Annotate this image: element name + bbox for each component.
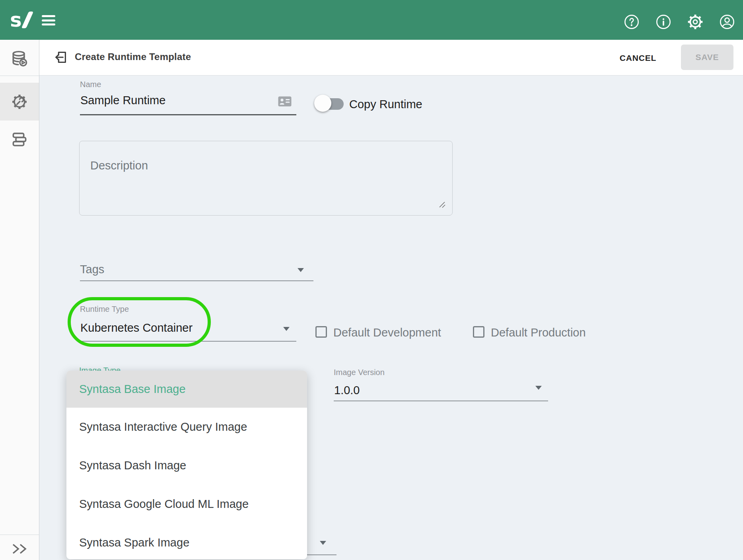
settings-gear-icon[interactable] xyxy=(687,14,703,30)
sidebar-item-stacks[interactable] xyxy=(0,121,39,158)
copy-runtime-label: Copy Runtime xyxy=(349,98,422,111)
resize-handle-icon[interactable] xyxy=(436,199,446,208)
syntasa-logo[interactable]: s xyxy=(10,10,30,32)
default-development-checkbox[interactable] xyxy=(315,326,327,338)
dropdown-option-syntasa-base-image[interactable]: Syntasa Base Image xyxy=(66,371,307,408)
runtime-type-label: Runtime Type xyxy=(80,305,129,314)
page-title: Create Runtime Template xyxy=(75,51,191,62)
cancel-button[interactable]: CANCEL xyxy=(612,51,664,65)
covered-field-underline xyxy=(306,554,336,555)
sidebar-expand-button[interactable] xyxy=(0,538,39,560)
stack-layers-icon xyxy=(10,130,29,149)
dropdown-option-syntasa-spark-image[interactable]: Syntasa Spark Image xyxy=(66,523,307,559)
copy-runtime-toggle[interactable] xyxy=(314,95,351,112)
app-bar-actions xyxy=(624,14,735,30)
logo-slash-shape xyxy=(21,12,33,28)
sidebar-divider-top xyxy=(0,76,39,76)
sidebar xyxy=(0,40,39,560)
sidebar-divider-bottom xyxy=(0,535,39,535)
help-icon[interactable] xyxy=(624,14,640,30)
create-runtime-template-screen: s xyxy=(0,0,743,560)
menu-icon[interactable] xyxy=(42,15,55,25)
dropdown-option-syntasa-interactive-query-image[interactable]: Syntasa Interactive Query Image xyxy=(66,408,307,446)
info-icon[interactable] xyxy=(655,14,671,30)
name-input[interactable]: Sample Runtime xyxy=(80,94,165,107)
default-development-label: Default Development xyxy=(333,326,441,339)
toggle-thumb xyxy=(314,95,331,112)
tags-select[interactable]: Tags xyxy=(80,263,104,276)
app-bar: s xyxy=(0,0,743,40)
image-version-select[interactable]: 1.0.0 xyxy=(334,384,360,397)
dropdown-option-syntasa-google-cloud-ml-image[interactable]: Syntasa Google Cloud ML Image xyxy=(66,485,307,523)
description-textarea[interactable] xyxy=(79,141,453,216)
double-chevron-right-icon xyxy=(10,542,29,555)
default-production-checkbox[interactable] xyxy=(473,326,484,338)
sidebar-item-processes[interactable] xyxy=(0,40,39,78)
database-process-icon xyxy=(10,50,29,68)
dropdown-option-syntasa-dash-image[interactable]: Syntasa Dash Image xyxy=(66,446,307,485)
description-placeholder: Description xyxy=(90,159,148,172)
runtime-type-select[interactable]: Kubernetes Container xyxy=(80,321,193,334)
default-production-label: Default Production xyxy=(491,326,586,339)
sidebar-item-admin[interactable] xyxy=(0,83,39,121)
page-header: Create Runtime Template CANCEL SAVE xyxy=(39,40,743,76)
runtime-type-underline xyxy=(80,341,296,342)
name-field-label: Name xyxy=(80,80,101,89)
runtime-type-dropdown-arrow-icon xyxy=(283,327,290,331)
admin-gear-wrench-icon xyxy=(11,93,28,111)
back-exit-icon[interactable] xyxy=(51,49,69,66)
name-underline xyxy=(80,114,296,115)
contact-card-icon xyxy=(278,96,292,107)
tags-underline xyxy=(80,280,313,281)
save-button[interactable]: SAVE xyxy=(681,45,733,70)
tags-dropdown-arrow-icon xyxy=(298,268,304,272)
image-version-label: Image Version xyxy=(334,368,385,377)
logo-letter: s xyxy=(10,10,22,30)
image-version-dropdown-arrow-icon xyxy=(535,386,542,390)
image-version-underline xyxy=(334,401,548,401)
covered-field-dropdown-arrow-icon xyxy=(320,541,326,545)
image-type-dropdown-panel: Syntasa Base Image Syntasa Interactive Q… xyxy=(66,371,307,559)
account-icon[interactable] xyxy=(719,14,735,30)
